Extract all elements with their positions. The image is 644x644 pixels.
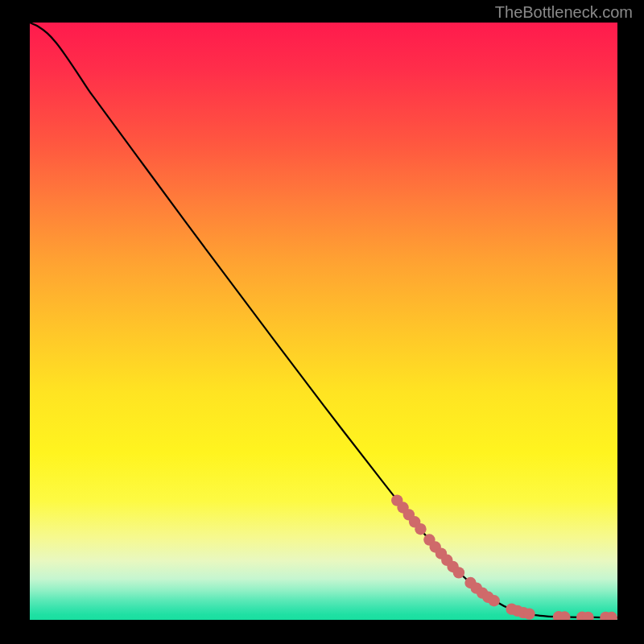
stage: TheBottleneck.com (0, 0, 644, 644)
attribution-text: TheBottleneck.com (495, 3, 633, 22)
data-marker (415, 523, 426, 535)
data-marker (453, 567, 464, 578)
data-marker (489, 595, 500, 606)
data-markers (391, 494, 617, 620)
data-marker (523, 608, 535, 619)
performance-curve (30, 23, 617, 617)
chart-overlay (30, 23, 617, 620)
plot-area (30, 23, 617, 620)
